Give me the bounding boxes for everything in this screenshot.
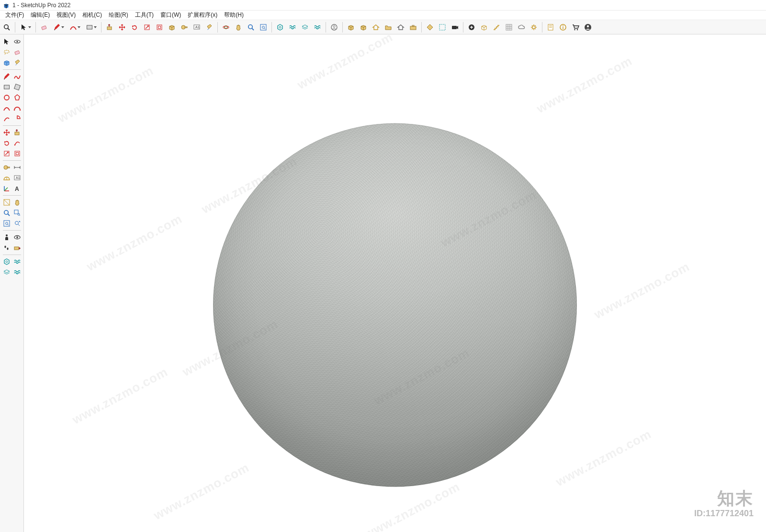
ext-wave4-icon[interactable] [12,267,23,277]
warehouse-icon[interactable] [424,22,436,33]
pan2-icon[interactable] [12,197,23,208]
svg-point-25 [262,26,265,28]
camera-icon[interactable] [449,22,461,33]
paint2-icon[interactable] [12,57,23,68]
briefcase-icon[interactable] [407,22,419,33]
menu-extensions[interactable]: 扩展程序(x) [184,10,221,20]
walk-icon[interactable] [1,243,12,253]
eraser2-icon[interactable] [12,47,23,57]
menu-file[interactable]: 文件(F) [2,10,27,20]
look-around-icon[interactable] [12,232,23,243]
scale-tool-icon[interactable] [141,22,153,33]
polygon-icon[interactable] [12,92,23,103]
axes-icon[interactable] [1,183,12,194]
house1-icon[interactable] [370,22,382,33]
tape-tool-icon[interactable] [179,22,190,33]
select-box-icon[interactable] [437,22,448,33]
ext-wave2-icon[interactable] [312,22,323,33]
zoom-ext2-icon[interactable] [1,218,12,229]
ext-layers-icon[interactable] [299,22,311,33]
circle-icon[interactable] [1,92,12,103]
menu-view[interactable]: 视图(V) [53,10,79,20]
text2-icon[interactable]: A1 [12,173,23,183]
svg-point-115 [16,236,18,238]
search-icon[interactable] [1,22,12,33]
offset-tool-icon[interactable] [154,22,165,33]
orbit-small-icon[interactable] [12,36,23,47]
paintbucket-tool-icon[interactable] [203,22,215,33]
move2-icon[interactable] [1,127,12,138]
folder-icon[interactable] [383,22,394,33]
toolbar-separator [3,160,21,161]
offset2-icon[interactable] [12,148,23,159]
rect-rot-icon[interactable] [12,82,23,92]
arc-tool-icon[interactable] [67,22,82,33]
zoom-win-icon[interactable] [12,208,23,218]
move-tool-icon[interactable] [116,22,128,33]
menu-tools[interactable]: 工具(T) [132,10,157,20]
3dtext-icon[interactable]: A [12,183,23,194]
ext-wave1-icon[interactable] [287,22,298,33]
select-tool-icon[interactable] [1,36,12,47]
pie-icon[interactable] [12,113,23,124]
viewport[interactable]: www.znzmo.com www.znzmo.com www.znzmo.co… [24,34,766,532]
model-box2-icon[interactable] [358,22,369,33]
zoom2-icon[interactable] [1,208,12,218]
settings-gear-icon[interactable] [528,22,540,33]
eraser-tool-icon[interactable] [38,22,50,33]
info-icon[interactable] [557,22,569,33]
menu-draw[interactable]: 绘图(R) [105,10,132,20]
account-icon[interactable] [582,22,594,33]
stairs-icon[interactable] [491,22,502,33]
arc-a-icon[interactable] [1,103,12,113]
component-icon[interactable] [1,57,12,68]
line-tool-icon[interactable] [51,22,66,33]
zoom-tool-icon[interactable] [245,22,257,33]
ext-hex-icon[interactable] [274,22,286,33]
pan-tool-icon[interactable] [233,22,244,33]
model-box-icon[interactable] [345,22,357,33]
section-plane-icon[interactable] [12,243,23,253]
user-circle-icon[interactable] [328,22,340,33]
text-tool-icon[interactable]: A1 [191,22,203,33]
pushpull-tool-icon[interactable] [104,22,115,33]
select-tool-icon[interactable] [18,22,33,33]
line2-icon[interactable] [1,71,12,82]
ext-hex2-icon[interactable] [1,256,12,267]
add-circle-icon[interactable] [466,22,477,33]
rotate-tool-icon[interactable] [129,22,140,33]
orbit-tool-icon[interactable] [220,22,232,33]
followme-tool-icon[interactable] [166,22,178,33]
ext-layers2-icon[interactable] [1,267,12,277]
protractor-icon[interactable] [1,173,12,183]
freehand-icon[interactable] [12,71,23,82]
menu-help[interactable]: 帮助(H) [221,10,247,20]
watermark-faint: www.znzmo.com [70,365,170,427]
rectangle-tool-icon[interactable] [83,22,99,33]
cart-icon[interactable] [570,22,581,33]
arc-c-icon[interactable] [1,113,12,124]
cube3d-icon[interactable] [478,22,490,33]
menu-window[interactable]: 窗口(W) [157,10,184,20]
dim-icon[interactable] [12,162,23,173]
lasso-tool-icon[interactable] [1,47,12,57]
cloud-icon[interactable] [516,22,527,33]
rect2-icon[interactable] [1,82,12,92]
section-icon[interactable] [1,197,12,208]
position-cam-icon[interactable] [1,232,12,243]
menu-camera[interactable]: 相机(C) [79,10,105,20]
tape2-icon[interactable] [1,162,12,173]
grid-icon[interactable] [503,22,515,33]
arc-b-icon[interactable] [12,103,23,113]
note-icon[interactable] [545,22,556,33]
zoom-extents-icon[interactable] [258,22,269,33]
rotate2-icon[interactable] [1,138,12,148]
svg-marker-119 [4,259,9,265]
pushpull2-icon[interactable] [12,127,23,138]
menu-edit[interactable]: 编辑(E) [27,10,53,20]
scale2-icon[interactable] [1,148,12,159]
followme2-icon[interactable] [12,138,23,148]
zoom-prev-icon[interactable] [12,218,23,229]
ext-wave3-icon[interactable] [12,256,23,267]
house2-icon[interactable] [395,22,406,33]
